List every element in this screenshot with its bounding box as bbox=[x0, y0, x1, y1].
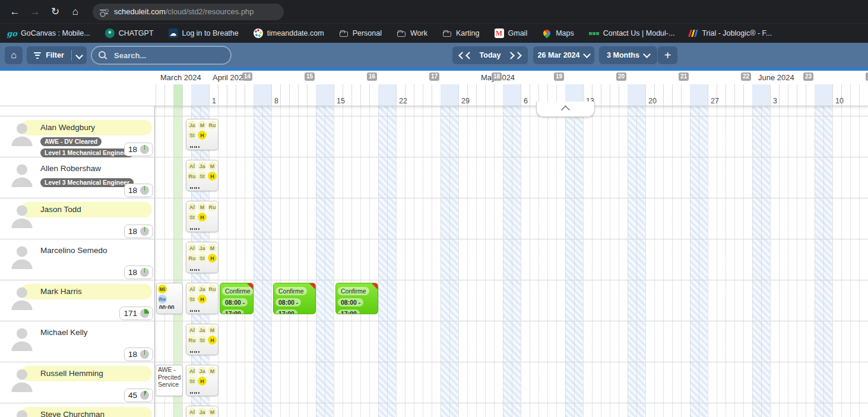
date-picker-button[interactable]: 26 Mar 2024 bbox=[533, 46, 594, 64]
bookmark-item[interactable]: goGoCanvas : Mobile... bbox=[7, 29, 90, 38]
count-pill[interactable]: 18 bbox=[124, 348, 153, 361]
alert-corner-flag-icon bbox=[371, 283, 378, 290]
bookmark-item[interactable]: Personal bbox=[339, 29, 382, 38]
count-pill[interactable]: 45 bbox=[124, 388, 153, 402]
timeline-row[interactable]: AWE -PrecitedServiceAlJaMStH bbox=[156, 362, 868, 403]
resource-tag: AWE - DV Cleared bbox=[40, 137, 102, 146]
search-icon bbox=[99, 51, 107, 60]
timeline-row[interactable]: AlMRuStH bbox=[156, 198, 868, 239]
weekend-header-cell bbox=[191, 84, 209, 106]
event-initials-box[interactable]: AlJaMRuStH bbox=[186, 242, 218, 273]
refresh-icon[interactable]: ↻ bbox=[45, 3, 65, 21]
bookmark-item[interactable]: *CHATGPT bbox=[105, 29, 154, 38]
attendee-initial-icon: H bbox=[198, 131, 207, 140]
gocanvas-icon: go bbox=[7, 29, 17, 38]
attendee-initial-icon: H bbox=[198, 295, 207, 304]
timeline-row[interactable]: MiRe00:00AlJaRuStHConfirme08:00 -17:00Co… bbox=[156, 280, 868, 321]
count-pill[interactable]: 171 bbox=[119, 307, 153, 320]
event-status-label: Confirme bbox=[275, 287, 307, 295]
day-label: 22 bbox=[399, 97, 407, 105]
timeline-rows: JaMRuStHAlJaMRuStHAlMRuStHAlJaMRuStHMiRe… bbox=[156, 106, 868, 417]
back-icon[interactable]: ← bbox=[5, 3, 25, 21]
bookmark-item[interactable]: ☁Log in to Breathe bbox=[169, 29, 239, 38]
event-text-line: Precited bbox=[158, 374, 180, 381]
add-button[interactable]: + bbox=[658, 46, 677, 64]
site-settings-icon[interactable] bbox=[100, 8, 108, 15]
day-label: 10 bbox=[835, 97, 844, 105]
confirmed-event[interactable]: Confirme08:00 -17:00 bbox=[335, 283, 378, 314]
resource-row[interactable]: Allen RobershawLevel 3 Mechanical Engine… bbox=[0, 157, 154, 198]
event-initials-box[interactable]: AlJaMRuStH bbox=[186, 160, 218, 191]
weekend-header-cell bbox=[316, 84, 334, 106]
attendee-initial-icon: Ru bbox=[188, 254, 197, 263]
count-pill[interactable]: 18 bbox=[124, 143, 153, 156]
event-initials-box[interactable]: AlJaM bbox=[186, 406, 218, 417]
event-initials-box[interactable]: AlMRuStH bbox=[186, 201, 218, 232]
pie-icon bbox=[140, 268, 149, 277]
bookmark-item[interactable]: timeanddate.com bbox=[254, 29, 324, 38]
forward-icon[interactable]: → bbox=[25, 3, 45, 21]
timeline-row[interactable]: AlJaMRuStH bbox=[156, 239, 868, 280]
search-input[interactable] bbox=[113, 50, 224, 61]
timeline-row[interactable]: AlJaM bbox=[156, 403, 868, 417]
resource-row[interactable]: Michael Kelly18 bbox=[0, 321, 154, 362]
event-initials-box[interactable]: AlJaRuStH bbox=[186, 283, 218, 314]
bookmark-item[interactable]: Trial - Joblogic® - F... bbox=[689, 29, 772, 37]
next-fast-icon[interactable] bbox=[515, 52, 522, 59]
count-pill[interactable]: 18 bbox=[124, 266, 153, 279]
count-value: 18 bbox=[128, 145, 137, 154]
attendee-initial-icon: Ja bbox=[198, 367, 207, 375]
bookmark-item[interactable]: Maps bbox=[542, 29, 574, 38]
confirmed-event[interactable]: Confirme08:00 -17:00 bbox=[220, 283, 254, 314]
count-pill[interactable]: 18 bbox=[124, 184, 153, 197]
browser-home-icon[interactable]: ⌂ bbox=[65, 3, 85, 21]
event-initials-box[interactable]: MiRe00:00 bbox=[156, 283, 183, 314]
resource-row[interactable]: Alan WedgburyAWE - DV ClearedLevel 1 Mec… bbox=[0, 116, 154, 157]
timeline-row[interactable]: JaMRuStH bbox=[156, 116, 868, 157]
timeline-row[interactable]: AlJaMRuStH bbox=[156, 157, 868, 198]
resource-row[interactable]: Jason Todd18 bbox=[0, 198, 154, 239]
event-initials-box[interactable]: AlJaMRuStH bbox=[186, 324, 218, 355]
filter-main[interactable]: Filter bbox=[27, 51, 71, 59]
bookmark-label: Trial - Joblogic® - F... bbox=[702, 29, 772, 37]
prev-fast-icon[interactable] bbox=[458, 52, 466, 59]
week-number-badge: 18 bbox=[492, 72, 502, 81]
count-pill[interactable]: 18 bbox=[124, 225, 153, 238]
timeline-row[interactable]: AlJaMRuStH bbox=[156, 321, 868, 362]
filter-button[interactable]: Filter bbox=[27, 46, 87, 64]
resource-row[interactable]: Steve Churchman bbox=[0, 403, 154, 417]
bookmark-item[interactable]: Contact Us | Modul-... bbox=[589, 29, 675, 37]
modul-icon bbox=[593, 32, 595, 35]
confirmed-event[interactable]: Confirme08:00 -17:00 bbox=[273, 283, 316, 314]
avatar bbox=[11, 121, 33, 149]
attendee-initial-icon: Al bbox=[188, 285, 197, 293]
resource-row[interactable]: Marcelino Semedo18 bbox=[0, 239, 154, 280]
attendee-initial-icon: Ja bbox=[198, 244, 207, 252]
bookmark-item[interactable]: Karting bbox=[442, 29, 480, 38]
filter-label: Filter bbox=[46, 51, 64, 59]
resource-row[interactable]: Mark Harris171 bbox=[0, 280, 154, 321]
bookmark-item[interactable]: Work bbox=[397, 29, 427, 38]
range-picker-button[interactable]: 3 Months bbox=[599, 46, 657, 64]
week-number-badge: 14 bbox=[242, 72, 252, 81]
bookmark-item[interactable]: MGmail bbox=[495, 29, 528, 38]
filter-dropdown[interactable] bbox=[72, 53, 87, 58]
resource-name: Marcelino Semedo bbox=[40, 246, 107, 255]
today-button[interactable]: Today bbox=[480, 51, 501, 59]
collapse-header-tab[interactable] bbox=[536, 102, 595, 117]
event-initials-box[interactable]: JaMRuStH bbox=[186, 119, 218, 150]
browser-chrome: ← → ↻ ⌂ scheduleit.com/cloud/std2/resour… bbox=[0, 0, 868, 43]
resource-row[interactable]: Russell Hemming45 bbox=[0, 362, 154, 403]
search-box[interactable] bbox=[91, 46, 232, 65]
home-button[interactable]: ⌂ bbox=[5, 46, 23, 64]
timeline-header-scale: March 2024April 2024May 2024June 2024181… bbox=[156, 71, 868, 106]
attendee-initial-icon: M bbox=[198, 203, 207, 211]
event-text-box[interactable]: AWE -PrecitedService bbox=[156, 365, 183, 396]
address-bar[interactable]: scheduleit.com/cloud/std2/resources.php bbox=[93, 4, 284, 20]
event-start-time: 08:00 - bbox=[222, 298, 248, 307]
prev-icon[interactable] bbox=[465, 52, 473, 59]
event-initials-box[interactable]: AlJaMStH bbox=[186, 365, 218, 396]
attendee-initial-icon: Ja bbox=[198, 162, 207, 170]
attendee-initial-icon: H bbox=[198, 213, 207, 222]
day-label: 3 bbox=[773, 97, 777, 105]
